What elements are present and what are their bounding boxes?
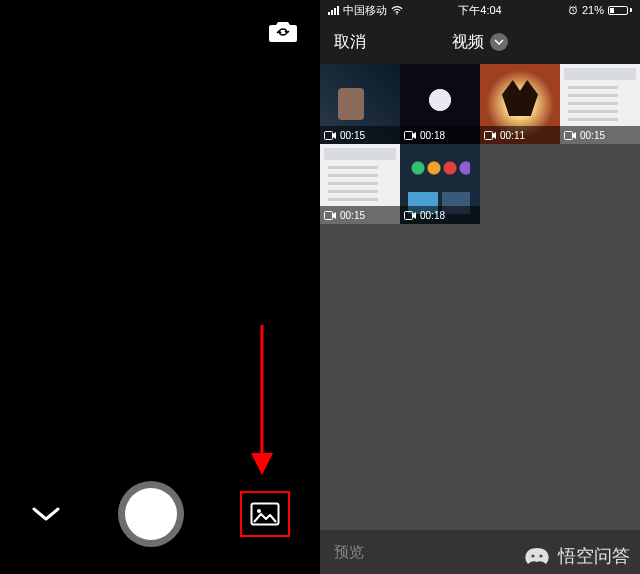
shutter-button[interactable] <box>118 481 184 547</box>
picker-header: 取消 视频 <box>320 20 640 64</box>
duration-label: 00:11 <box>500 130 525 141</box>
watermark: 悟空问答 <box>522 544 630 568</box>
svg-rect-9 <box>565 131 573 139</box>
videocam-icon <box>484 131 497 140</box>
videocam-icon <box>324 211 337 220</box>
album-title: 视频 <box>452 32 484 53</box>
alarm-icon <box>568 5 578 15</box>
video-thumb[interactable]: 00:11 <box>480 64 560 144</box>
videocam-icon <box>564 131 577 140</box>
camera-switch-icon[interactable] <box>268 18 298 44</box>
wifi-icon <box>391 6 403 15</box>
preview-button[interactable]: 预览 <box>334 543 364 562</box>
videocam-icon <box>404 131 417 140</box>
gallery-button-highlight <box>240 491 290 537</box>
duration-label: 00:18 <box>420 210 445 221</box>
duration-label: 00:15 <box>340 130 365 141</box>
wukong-logo-icon <box>522 546 552 566</box>
watermark-text: 悟空问答 <box>558 544 630 568</box>
gallery-picker-screen: 中国移动 下午4:04 21% 取消 视频 <box>320 0 640 574</box>
signal-icon <box>328 6 339 15</box>
svg-point-13 <box>539 554 542 557</box>
camera-screen <box>0 0 320 574</box>
svg-point-12 <box>531 554 534 557</box>
video-thumb[interactable]: 00:15 <box>560 64 640 144</box>
battery-percent: 21% <box>582 4 604 16</box>
album-dropdown[interactable]: 视频 <box>452 32 508 53</box>
camera-bottom-bar <box>0 478 320 550</box>
status-bar: 中国移动 下午4:04 21% <box>320 0 640 20</box>
duration-label: 00:18 <box>420 130 445 141</box>
chevron-down-icon[interactable] <box>30 503 62 525</box>
annotation-arrow <box>247 325 277 475</box>
svg-point-4 <box>396 13 398 15</box>
cancel-button[interactable]: 取消 <box>334 32 366 53</box>
carrier-label: 中国移动 <box>343 3 387 18</box>
duration-label: 00:15 <box>580 130 605 141</box>
svg-rect-7 <box>405 131 413 139</box>
video-thumb[interactable]: 00:15 <box>320 144 400 224</box>
video-thumb[interactable]: 00:18 <box>400 64 480 144</box>
duration-label: 00:15 <box>340 210 365 221</box>
videocam-icon <box>324 131 337 140</box>
video-thumb[interactable]: 00:15 <box>320 64 400 144</box>
chevron-down-icon <box>490 33 508 51</box>
svg-rect-6 <box>325 131 333 139</box>
svg-rect-11 <box>405 211 413 219</box>
videocam-icon <box>404 211 417 220</box>
svg-point-3 <box>257 509 261 513</box>
status-time: 下午4:04 <box>458 3 501 18</box>
svg-rect-10 <box>325 211 333 219</box>
svg-rect-8 <box>485 131 493 139</box>
video-grid: 00:15 00:18 00:11 00:15 00:15 <box>320 64 640 530</box>
shutter-inner <box>125 488 177 540</box>
battery-icon <box>608 6 632 15</box>
svg-marker-1 <box>251 453 273 475</box>
image-gallery-icon[interactable] <box>250 502 280 526</box>
video-thumb[interactable]: 00:18 <box>400 144 480 224</box>
